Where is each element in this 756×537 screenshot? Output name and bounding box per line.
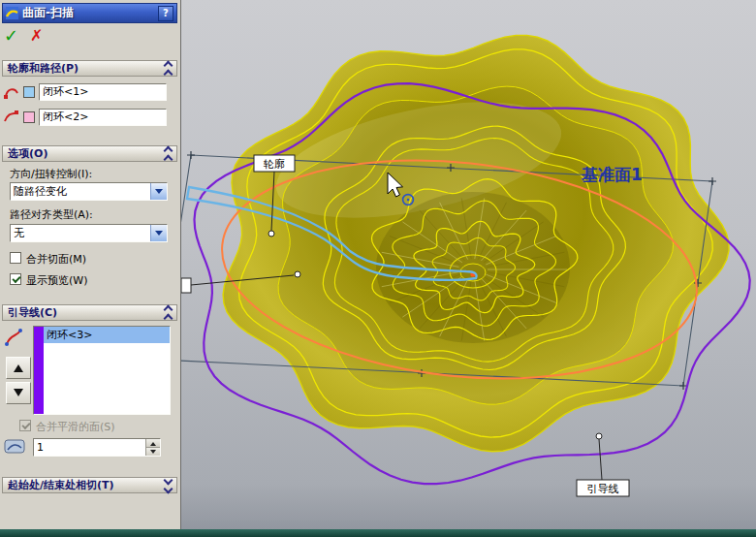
help-button[interactable]: ?: [158, 6, 173, 21]
guide-curve-icon: [4, 328, 23, 347]
merge-smooth-label: 合并平滑的面(S): [36, 420, 115, 434]
section-header-label: 引导线(C): [8, 305, 57, 320]
merge-tangent-checkbox[interactable]: [10, 252, 21, 264]
swept-surface[interactable]: [223, 35, 729, 451]
graphics-viewport[interactable]: 基准面1 轮廓 引导线: [181, 0, 756, 537]
alignment-value: 无: [14, 227, 24, 239]
callout-anchor-dot: [268, 231, 274, 237]
path-color-swatch: [23, 111, 35, 123]
merge-smooth-checkbox: [19, 420, 31, 431]
plane-label[interactable]: 基准面1: [581, 165, 643, 184]
spinner-down-icon[interactable]: [146, 448, 160, 456]
orientation-value: 随路径变化: [14, 185, 67, 198]
section-header-label: 轮廓和路径(P): [8, 61, 79, 76]
surface-sweep-icon: [6, 7, 18, 19]
dropdown-arrow-icon[interactable]: [150, 225, 167, 241]
collapse-chevron-icon: [165, 304, 172, 322]
profile-sketch-icon: [3, 83, 20, 101]
merge-tangent-label: 合并切面(M): [26, 252, 86, 267]
panel-title: 曲面-扫描: [22, 5, 158, 21]
alignment-dropdown[interactable]: 无: [10, 224, 168, 242]
influence-value: 1: [37, 441, 44, 454]
move-down-button[interactable]: [6, 382, 31, 404]
collapse-chevron-icon: [165, 145, 172, 163]
section-header-label: 选项(O): [8, 146, 47, 161]
section-header-label: 起始处/结束处相切(T): [8, 478, 114, 492]
guide-curve-list-item[interactable]: 闭环<3>: [44, 327, 170, 343]
section-header-profile-path[interactable]: 轮廓和路径(P): [2, 60, 177, 77]
orientation-label: 方向/扭转控制(I):: [10, 167, 92, 181]
viewport-bottom-edge: [0, 529, 756, 537]
spinner-buttons[interactable]: [145, 439, 160, 456]
property-manager-panel: 曲面-扫描 ? ✓ ✗ 轮廓和路径(P) 闭环<1> 闭环<2> 选项(O): [0, 0, 181, 537]
ok-button[interactable]: ✓: [4, 27, 18, 45]
clipped-callout-box[interactable]: [181, 278, 191, 293]
profile-callout-label: 轮廓: [263, 158, 285, 171]
alignment-label: 路径对齐类型(A):: [10, 207, 93, 222]
path-selection-field[interactable]: 闭环<2>: [39, 109, 167, 126]
show-preview-label: 显示预览(W): [26, 273, 87, 288]
panel-actions: ✓ ✗: [4, 25, 44, 47]
section-header-tangency[interactable]: 起始处/结束处相切(T): [2, 477, 177, 493]
panel-titlebar: 曲面-扫描 ?: [2, 3, 177, 23]
guide-influence-icon: [4, 438, 25, 455]
spinner-up-icon[interactable]: [146, 439, 160, 448]
collapse-chevron-icon: [165, 60, 172, 78]
cancel-button[interactable]: ✗: [30, 28, 43, 44]
guide-curves-list[interactable]: 闭环<3>: [33, 326, 171, 415]
profile-selection-field[interactable]: 闭环<1>: [39, 83, 167, 101]
up-arrow-icon: [14, 360, 23, 372]
guide-color-strip: [34, 327, 44, 414]
expand-chevron-icon: [165, 477, 172, 494]
orientation-dropdown[interactable]: 随路径变化: [10, 182, 168, 201]
move-up-button[interactable]: [6, 357, 31, 379]
solidworks-window: 曲面-扫描 ? ✓ ✗ 轮廓和路径(P) 闭环<1> 闭环<2> 选项(O): [0, 0, 756, 537]
down-arrow-icon: [14, 389, 23, 401]
dropdown-arrow-icon[interactable]: [150, 183, 167, 200]
section-header-options[interactable]: 选项(O): [2, 145, 177, 162]
influence-spinner[interactable]: 1: [33, 438, 161, 457]
show-preview-checkbox[interactable]: [10, 273, 21, 285]
callout-anchor-dot: [596, 433, 602, 439]
path-sketch-icon: [3, 109, 20, 126]
profile-color-swatch: [23, 86, 35, 98]
section-header-guide-curves[interactable]: 引导线(C): [2, 304, 177, 321]
guide-callout-label: 引导线: [587, 483, 619, 495]
callout-anchor-dot: [295, 271, 300, 277]
viewport-canvas: 基准面1 轮廓 引导线: [181, 0, 756, 537]
